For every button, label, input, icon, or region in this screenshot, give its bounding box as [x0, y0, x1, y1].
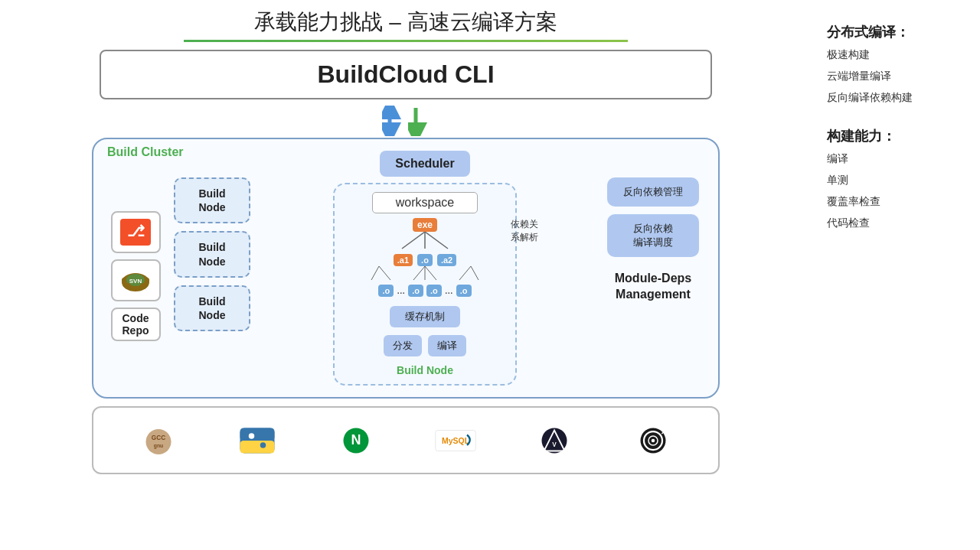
svg-line-18 — [379, 266, 390, 280]
a1-badge: .a1 — [394, 254, 413, 266]
svg-text:GCC: GCC — [151, 434, 165, 441]
sidebar-item-4: 编译 — [827, 151, 965, 167]
svg-text:N: N — [351, 432, 361, 447]
workspace-area: Scheduler workspace exe — [258, 151, 592, 386]
tools-bar: GCC gnu N — [92, 406, 720, 474]
dispatch-box: 分发 — [384, 335, 422, 356]
cluster-container: Build Cluster ⎇ — [92, 138, 720, 399]
workspace-label: workspace — [372, 192, 478, 213]
inner-dashed-box: workspace exe — [333, 183, 517, 386]
svg-text:⎇: ⎇ — [127, 223, 145, 239]
svg-point-42 — [652, 438, 655, 442]
page-title: 承载能力挑战 – 高速云编译方案 — [254, 8, 557, 37]
build-node-inner-label: Build Node — [397, 364, 453, 376]
dep-tree: exe .a1 .o — [342, 218, 508, 297]
svg-line-22 — [459, 266, 471, 280]
sidebar-item-6: 覆盖率检查 — [827, 194, 965, 210]
python-svg — [234, 421, 280, 460]
svg-text:MySQL: MySQL — [442, 435, 470, 444]
dep-row-1: .a1 .o .a2 — [394, 254, 456, 266]
svg-point-30 — [249, 433, 255, 439]
mysql-icon: MySQL — [423, 415, 488, 465]
sidebar-item-5: 单测 — [827, 173, 965, 188]
svg-line-16 — [425, 232, 448, 249]
dispatch-compile-row: 分发 编译 — [384, 335, 466, 356]
green-arrow-down — [408, 106, 430, 136]
svg-point-12 — [145, 278, 149, 282]
o-badge-3: .o — [408, 285, 423, 297]
module-deps-label: Module-Deps Management — [615, 271, 691, 303]
dep-tree-lines2 — [364, 266, 486, 282]
cluster-label: Build Cluster — [107, 145, 184, 159]
module-deps-column: 反向依赖管理 反向依赖 编译调度 Module-Deps Management — [599, 177, 707, 386]
svg-text:SVN: SVN — [129, 278, 142, 285]
svg-line-14 — [402, 232, 425, 249]
code-repo-column: ⎇ SVN Code Repo — [105, 166, 166, 386]
target-svg — [630, 421, 676, 460]
sidebar-item-3: 反向编译依赖构建 — [827, 90, 965, 106]
git-icon-box: ⎇ — [111, 211, 161, 253]
svg-rect-29 — [240, 441, 274, 454]
right-sidebar: 分布式编译： 极速构建 云端增量编译 反向编译依赖构建 构建能力： 编译 单测 … — [812, 0, 980, 550]
git-icon: ⎇ — [116, 215, 155, 249]
sidebar-item-1: 极速构建 — [827, 47, 965, 63]
build-node-1: Build Node — [174, 177, 250, 223]
dots-1: … — [397, 286, 405, 295]
sidebar-item-2: 云端增量编译 — [827, 69, 965, 84]
vim-svg: V — [531, 421, 577, 460]
vertical-arrows — [382, 106, 430, 136]
blue-arrow-down — [382, 106, 403, 136]
vim-icon: V — [521, 415, 586, 465]
svg-line-21 — [425, 266, 436, 280]
buildcloud-cli-box: BuildCloud CLI — [100, 50, 712, 99]
svn-icon-box: SVN — [111, 259, 161, 301]
cache-box: 缓存机制 — [390, 306, 460, 327]
gcc-icon: GCC gnu — [126, 415, 191, 465]
sidebar-section1-title: 分布式编译： — [827, 23, 965, 41]
reverse-compile-box: 反向依赖 编译调度 — [607, 214, 699, 257]
gcc-svg: GCC gnu — [136, 421, 181, 460]
exe-badge: exe — [413, 218, 437, 232]
mysql-svg: MySQL — [433, 421, 479, 460]
compile-box: 编译 — [428, 335, 466, 356]
o-badge-5: .o — [456, 285, 472, 297]
reverse-dep-mgmt-box: 反向依赖管理 — [607, 177, 699, 207]
target-icon — [621, 415, 686, 465]
build-nodes-column: Build Node Build Node Build Node — [174, 177, 250, 386]
o-badge-4: .o — [426, 285, 442, 297]
nginx-svg: N — [333, 421, 379, 460]
svn-icon: SVN — [116, 263, 155, 298]
build-node-2: Build Node — [174, 231, 250, 277]
svg-line-17 — [371, 266, 379, 280]
main-container: 承载能力挑战 – 高速云编译方案 BuildCloud CLI — [0, 0, 980, 550]
dep-tree-lines — [379, 232, 471, 251]
sidebar-item-7: 代码检查 — [827, 216, 965, 231]
sidebar-section2-title: 构建能力： — [827, 127, 965, 145]
o-badge-1: .o — [417, 254, 433, 266]
title-underline — [184, 40, 628, 42]
svg-text:gnu: gnu — [153, 443, 162, 449]
o-badge-2: .o — [378, 285, 394, 297]
svg-point-31 — [260, 442, 266, 448]
build-node-3: Build Node — [174, 285, 250, 331]
python-icon — [224, 415, 289, 465]
svg-line-23 — [471, 266, 479, 280]
svg-rect-28 — [240, 428, 274, 441]
svg-line-19 — [413, 266, 425, 280]
code-repo-label: Code Repo — [111, 308, 161, 341]
a2-badge: .a2 — [437, 254, 456, 266]
nginx-icon: N — [324, 415, 389, 465]
dots-2: … — [445, 286, 453, 295]
o-row-bottom: .o … .o .o … .o — [378, 285, 471, 297]
scheduler-box: Scheduler — [380, 151, 469, 177]
svg-point-24 — [145, 429, 171, 454]
svg-point-11 — [122, 278, 126, 282]
dep-analysis-label: 依赖关系解析 — [511, 218, 538, 244]
left-content: 承载能力挑战 – 高速云编译方案 BuildCloud CLI — [0, 0, 812, 550]
svg-text:V: V — [552, 441, 557, 447]
